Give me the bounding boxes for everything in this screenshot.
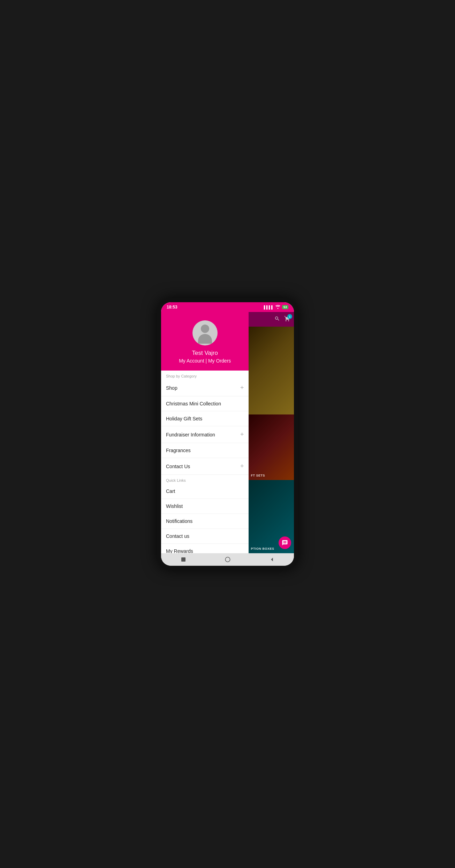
nav-item-christmas[interactable]: Christmas Mini Collection [161,396,249,411]
contact-expand-icon[interactable]: + [240,463,244,470]
nav-item-holiday-label: Holiday Gift Sets [166,416,202,421]
nav-item-contact-us-quick[interactable]: Contact us [161,529,249,544]
wifi-icon [275,305,280,310]
nav-item-fragrances-label: Fragrances [166,448,191,453]
avatar [192,320,218,345]
home-circle-button[interactable] [224,556,231,563]
nav-item-contact-us[interactable]: Contact Us + [161,458,249,475]
status-icons: ▌▌▌▌ 53 [264,305,288,310]
nav-item-contact-us-label: Contact Us [166,464,190,469]
svg-rect-0 [181,557,185,562]
avatar-head [201,325,209,333]
back-square-button[interactable] [180,556,187,563]
overlay-2 [249,414,294,480]
phone-screen: 18:53 ▌▌▌▌ 53 [161,302,294,566]
battery-icon: 53 [282,305,288,309]
avatar-person [196,325,214,345]
nav-item-notifications-label: Notifications [166,518,192,524]
content-area: Test Vajro My Account | My Orders Shop b… [161,312,294,553]
fundraiser-expand-icon[interactable]: + [240,431,244,438]
svg-point-1 [225,557,230,562]
nav-item-fundraiser-label: Fundraiser Information [166,432,215,437]
profile-name: Test Vajro [167,350,243,357]
profile-header: Test Vajro My Account | My Orders [161,312,249,371]
nav-item-holiday[interactable]: Holiday Gift Sets [161,411,249,426]
my-account-link[interactable]: My Account [179,358,204,364]
profile-links[interactable]: My Account | My Orders [167,358,243,364]
phone-frame: 18:53 ▌▌▌▌ 53 [157,298,298,570]
nav-item-notifications[interactable]: Notifications [161,514,249,529]
navigation-drawer: Test Vajro My Account | My Orders Shop b… [161,312,249,553]
image-2-label: FT SETS [251,474,265,477]
signal-icon: ▌▌▌▌ [264,305,274,309]
nav-item-fundraiser[interactable]: Fundraiser Information + [161,426,249,443]
app-content: 1 FT SETS PTION BOXES [249,312,294,553]
product-image-2: FT SETS [249,414,294,480]
svg-marker-2 [271,558,273,562]
nav-item-my-rewards-label: My Rewards [166,548,193,553]
cart-badge-count: 1 [287,314,292,319]
quick-links-label: Quick Links [161,475,249,484]
product-image-1 [249,327,294,414]
nav-item-cart-label: Cart [166,488,175,494]
nav-item-christmas-label: Christmas Mini Collection [166,401,221,406]
nav-item-fragrances[interactable]: Fragrances [161,443,249,458]
cart-badge-container[interactable]: 1 [284,315,290,323]
nav-item-my-rewards[interactable]: My Rewards [161,544,249,553]
back-triangle-button[interactable] [268,556,275,563]
shop-expand-icon[interactable]: + [240,384,244,391]
status-bar: 18:53 ▌▌▌▌ 53 [161,302,294,312]
nav-item-shop[interactable]: Shop + [161,380,249,396]
nav-item-wishlist-label: Wishlist [166,503,183,509]
search-icon[interactable] [274,316,280,323]
overlay-1 [249,327,294,414]
nav-item-contact-us-quick-label: Contact us [166,533,189,539]
bottom-nav-bar [161,553,294,566]
nav-item-cart[interactable]: Cart [161,484,249,499]
my-orders-link[interactable]: My Orders [208,358,231,364]
nav-item-shop-label: Shop [166,385,177,391]
chat-fab-button[interactable] [279,536,291,549]
status-time: 18:53 [167,305,177,310]
nav-item-wishlist[interactable]: Wishlist [161,499,249,514]
image-3-label: PTION BOXES [251,547,274,550]
app-topbar: 1 [249,312,294,327]
avatar-body [198,334,212,344]
shop-category-label: Shop by Category [161,371,249,380]
separator: | [205,358,208,364]
